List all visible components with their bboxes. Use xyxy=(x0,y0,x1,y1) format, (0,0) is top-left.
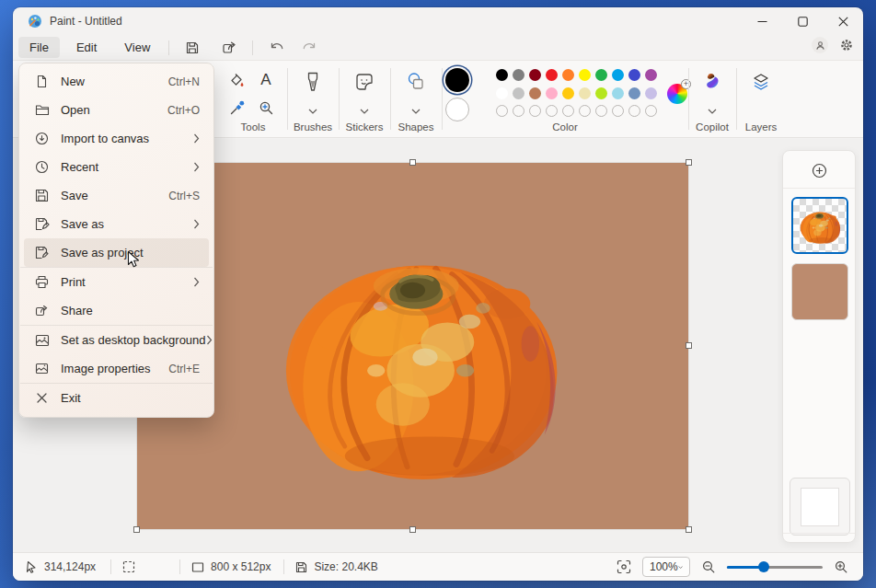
color-label: Color xyxy=(442,121,688,133)
palette-swatch[interactable] xyxy=(628,87,640,99)
copilot-section[interactable]: Copilot xyxy=(688,61,736,137)
settings-gear-icon[interactable] xyxy=(839,38,854,52)
drawing-canvas[interactable] xyxy=(137,163,688,529)
menu-item-recent[interactable]: Recent xyxy=(24,153,209,181)
zoom-slider-thumb[interactable] xyxy=(758,561,769,572)
palette-swatch[interactable] xyxy=(595,69,607,81)
fit-to-screen-icon[interactable] xyxy=(617,559,631,574)
palette-swatch[interactable] xyxy=(562,69,574,81)
magnifier-tool[interactable] xyxy=(254,96,278,120)
account-icon[interactable] xyxy=(812,37,828,53)
maximize-button[interactable] xyxy=(782,7,823,35)
palette-swatch-empty[interactable] xyxy=(579,105,591,117)
primary-color-swatch[interactable] xyxy=(445,68,469,92)
cursor-position-value: 314,124px xyxy=(44,560,96,573)
menu-item-set-as-desktop-background[interactable]: Set as desktop background xyxy=(24,326,209,354)
palette-swatch[interactable] xyxy=(645,69,657,81)
chevron-right-icon xyxy=(193,219,200,229)
palette-swatch[interactable] xyxy=(595,87,607,99)
menu-item-image-properties[interactable]: Image properties Ctrl+E xyxy=(24,354,209,383)
menu-item-open[interactable]: Open Ctrl+O xyxy=(24,96,209,124)
shapes-icon xyxy=(405,71,427,93)
layer-item-background-color[interactable] xyxy=(791,263,848,320)
palette-grid xyxy=(493,66,661,121)
palette-swatch-empty[interactable] xyxy=(529,105,541,117)
copilot-label: Copilot xyxy=(688,121,736,133)
palette-swatch[interactable] xyxy=(546,69,558,81)
resize-handle-mid-right[interactable] xyxy=(686,342,692,349)
minimize-button[interactable] xyxy=(742,7,782,35)
palette-swatch-empty[interactable] xyxy=(562,105,574,117)
layers-section[interactable]: Layers xyxy=(736,61,786,137)
resize-handle-bottom-right[interactable] xyxy=(686,526,692,533)
layer-item-pumpkin[interactable] xyxy=(791,197,848,254)
palette-swatch-empty[interactable] xyxy=(513,105,524,117)
undo-icon[interactable] xyxy=(264,37,288,58)
palette-swatch-empty[interactable] xyxy=(496,105,508,117)
redo-icon[interactable] xyxy=(297,37,321,58)
palette-swatch[interactable] xyxy=(645,87,657,99)
fill-color-tool[interactable] xyxy=(225,68,248,92)
palette-swatch-empty[interactable] xyxy=(595,105,607,117)
palette-swatch[interactable] xyxy=(579,69,591,81)
menu-item-new[interactable]: New Ctrl+N xyxy=(24,67,209,96)
add-layer-button[interactable] xyxy=(809,160,829,180)
zoom-out-icon[interactable] xyxy=(701,559,716,574)
menu-item-import-to-canvas[interactable]: Import to canvas xyxy=(24,124,209,153)
palette-swatch-empty[interactable] xyxy=(546,105,558,117)
menu-item-save[interactable]: Save Ctrl+S xyxy=(24,181,209,210)
palette-swatch[interactable] xyxy=(546,87,558,99)
brushes-section[interactable]: Brushes xyxy=(287,61,339,137)
shortcut: Ctrl+S xyxy=(168,190,200,202)
eyedropper-tool[interactable] xyxy=(225,96,248,120)
stickers-section[interactable]: Stickers xyxy=(339,61,390,137)
palette-swatch-empty[interactable] xyxy=(628,105,640,117)
shortcut: Ctrl+E xyxy=(168,363,200,375)
image-properties-icon xyxy=(34,361,50,376)
menu-item-exit[interactable]: Exit xyxy=(24,384,209,412)
resize-handle-bottom-center[interactable] xyxy=(409,526,416,533)
palette-swatch[interactable] xyxy=(612,87,624,99)
resize-handle-bottom-left[interactable] xyxy=(133,526,140,533)
chevron-down-icon xyxy=(308,109,317,114)
canvas-background-layer[interactable] xyxy=(790,478,850,536)
close-button[interactable] xyxy=(823,7,863,35)
divider xyxy=(168,40,169,55)
menu-item-share[interactable]: Share xyxy=(24,296,209,325)
zoom-level-dropdown[interactable]: 100% xyxy=(642,557,690,577)
brushes-label: Brushes xyxy=(287,121,339,133)
color-section: + Color xyxy=(442,61,688,137)
resize-handle-top-right[interactable] xyxy=(686,159,692,166)
shapes-section[interactable]: Shapes xyxy=(390,61,442,137)
file-menu-button[interactable]: File xyxy=(18,37,60,58)
exit-x-icon xyxy=(34,390,50,406)
zoom-level-value: 100% xyxy=(650,560,678,573)
secondary-color-swatch[interactable] xyxy=(445,98,469,121)
layers-icon xyxy=(751,72,771,92)
palette-swatch[interactable] xyxy=(562,87,574,99)
view-menu-button[interactable]: View xyxy=(113,37,161,58)
chevron-down-icon xyxy=(360,109,369,114)
palette-swatch[interactable] xyxy=(513,69,524,81)
menu-item-save-as-project[interactable]: Save as project xyxy=(24,238,209,267)
palette-swatch[interactable] xyxy=(529,87,541,99)
menu-item-print[interactable]: Print xyxy=(24,268,209,296)
palette-swatch-empty[interactable] xyxy=(645,105,657,117)
palette-swatch[interactable] xyxy=(579,87,591,99)
resize-handle-top-center[interactable] xyxy=(409,159,416,166)
palette-swatch[interactable] xyxy=(628,69,640,81)
palette-swatch[interactable] xyxy=(529,69,541,81)
share-icon[interactable] xyxy=(217,37,241,58)
palette-swatch[interactable] xyxy=(612,69,624,81)
divider xyxy=(252,40,253,55)
zoom-slider[interactable] xyxy=(727,560,823,573)
zoom-in-icon[interactable] xyxy=(834,559,848,574)
palette-swatch[interactable] xyxy=(496,69,508,81)
palette-swatch[interactable] xyxy=(496,87,508,99)
save-icon[interactable] xyxy=(180,37,204,58)
palette-swatch-empty[interactable] xyxy=(612,105,624,117)
edit-menu-button[interactable]: Edit xyxy=(65,37,108,58)
palette-swatch[interactable] xyxy=(513,87,524,99)
text-tool[interactable]: A xyxy=(254,68,278,92)
menu-item-save-as[interactable]: Save as xyxy=(24,210,209,238)
